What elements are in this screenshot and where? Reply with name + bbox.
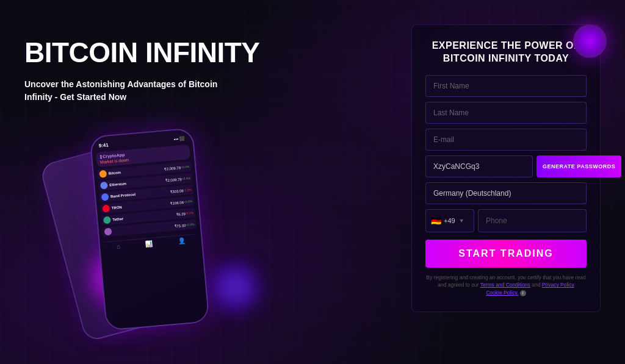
crypto-icon-usdt bbox=[103, 216, 111, 224]
page-title: BITCOIN INFINITY bbox=[24, 37, 399, 68]
flag-icon: 🇩🇪 bbox=[431, 216, 441, 226]
nav-icon-chart: 📊 bbox=[145, 240, 153, 247]
form-title: EXPERIENCE THE POWER OF BITCOIN INFINITY… bbox=[425, 40, 587, 65]
last-name-input[interactable] bbox=[425, 102, 587, 124]
phone-code-chevron: ▼ bbox=[459, 218, 464, 224]
crypto-change-band: -1.2% bbox=[183, 188, 192, 192]
password-input[interactable] bbox=[425, 155, 533, 177]
crypto-icon-trx bbox=[102, 204, 110, 212]
crypto-price-other: ₹75.00 bbox=[174, 223, 186, 228]
crypto-icon-other bbox=[104, 227, 112, 235]
email-input[interactable] bbox=[425, 129, 587, 151]
generate-passwords-button[interactable]: GENERATE PASSWORDS bbox=[536, 155, 621, 177]
crypto-name-eth: Ethereum bbox=[109, 182, 126, 187]
crypto-change-eth: +0.4% bbox=[181, 176, 190, 180]
phone-code-selector[interactable]: 🇩🇪 +49 ▼ bbox=[425, 209, 474, 232]
first-name-input[interactable] bbox=[425, 75, 587, 97]
crypto-name-btc: Bitcoin bbox=[109, 171, 121, 176]
crypto-change-trx: +0.8% bbox=[184, 199, 193, 204]
phone-signal: ▪▪▪ ⬛ bbox=[174, 136, 186, 142]
nav-icon-person: 👤 bbox=[178, 237, 186, 244]
crypto-change-other: +0.3% bbox=[186, 222, 195, 226]
phone-time: 9:41 bbox=[98, 142, 109, 148]
crypto-name-usdt: Tether bbox=[112, 216, 123, 221]
decorative-orb-top-right bbox=[573, 24, 607, 58]
terms-text-and1: and bbox=[530, 282, 542, 288]
phone-row: 🇩🇪 +49 ▼ bbox=[425, 209, 587, 232]
page-content: BITCOIN INFINITY Uncover the Astonishing… bbox=[0, 0, 625, 364]
crypto-icon-btc bbox=[99, 170, 107, 178]
page-subtitle: Uncover the Astonishing Advantages of Bi… bbox=[24, 78, 244, 104]
phone-main-device: 9:41 ▪▪▪ ⬛ ₿ CryptoApp Market is down Bi… bbox=[89, 127, 209, 331]
phone-mockup-container: 9:41 ▪▪▪ ⬛ ₿ CryptoApp Market is down Bi… bbox=[24, 120, 281, 327]
phone-number-input[interactable] bbox=[478, 209, 587, 232]
orb-blue bbox=[208, 260, 262, 315]
privacy-policy-link[interactable]: Privacy Policy bbox=[542, 282, 574, 288]
crypto-name-trx: TRON bbox=[111, 205, 121, 210]
password-row: GENERATE PASSWORDS bbox=[425, 155, 587, 177]
terms-disclaimer: By registering and creating an account, … bbox=[425, 274, 587, 297]
crypto-price-trx: ₹108.06 bbox=[170, 199, 184, 205]
crypto-price-band: ₹303.08 bbox=[170, 188, 184, 193]
crypto-icon-eth bbox=[100, 182, 108, 190]
terms-conditions-link[interactable]: Terms and Conditions bbox=[480, 282, 530, 288]
cookie-policy-link[interactable]: Cookie Policy. bbox=[486, 290, 518, 296]
crypto-name-band: Band Protocol bbox=[110, 193, 135, 199]
crypto-price-usdt: ₹6.29 bbox=[176, 211, 186, 216]
registration-form: EXPERIENCE THE POWER OF BITCOIN INFINITY… bbox=[411, 24, 601, 312]
nav-icon-home: ⌂ bbox=[116, 243, 120, 249]
crypto-change-btc: +0.4% bbox=[181, 165, 190, 169]
info-icon[interactable]: i bbox=[520, 290, 526, 296]
crypto-icon-band bbox=[101, 193, 109, 201]
country-select[interactable]: Germany (Deutschland) bbox=[425, 182, 587, 204]
crypto-price-eth: ₹2,009.78 bbox=[165, 176, 182, 182]
crypto-change-usdt: -0.1% bbox=[186, 210, 194, 215]
phone-bottom-nav: ⌂ 📊 👤 bbox=[104, 234, 198, 252]
start-trading-button[interactable]: START TRADING bbox=[425, 240, 587, 268]
crypto-price-btc: ₹2,009.78 bbox=[164, 165, 181, 170]
crypto-list: Bitcoin ₹2,009.78 +0.4% Ethereum ₹2,009.… bbox=[97, 161, 197, 237]
phone-screen: 9:41 ▪▪▪ ⬛ ₿ CryptoApp Market is down Bi… bbox=[91, 129, 209, 329]
phone-code-value: +49 bbox=[444, 217, 455, 224]
left-section: BITCOIN INFINITY Uncover the Astonishing… bbox=[24, 37, 399, 327]
